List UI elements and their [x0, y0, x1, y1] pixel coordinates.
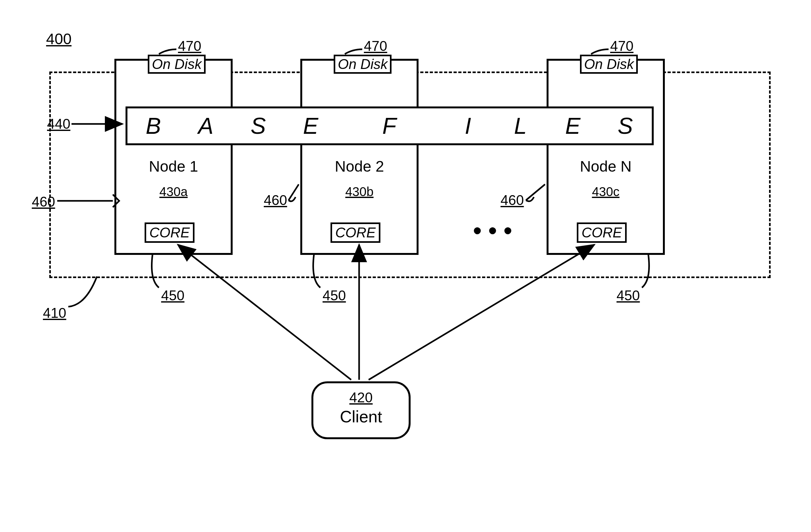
ref-470-2: 470 — [364, 38, 387, 54]
core-2: CORE — [331, 223, 380, 243]
on-disk-2: On Disk — [334, 55, 392, 74]
ref-470-3: 470 — [610, 38, 633, 54]
ref-440: 440 — [47, 116, 70, 132]
node-2-id: 430b — [302, 185, 417, 199]
ref-450-3: 450 — [616, 288, 640, 304]
base-char: F — [337, 113, 442, 139]
core-1: CORE — [144, 223, 195, 243]
dots: ••• — [473, 216, 519, 245]
base-char: I — [442, 113, 494, 139]
ref-460-3: 460 — [501, 192, 524, 208]
base-char: B — [127, 113, 180, 139]
node-1-id: 430a — [116, 185, 231, 199]
base-char: L — [494, 113, 547, 139]
base-char: S — [599, 113, 652, 139]
ref-400: 400 — [46, 30, 72, 48]
node-2-title: Node 2 — [302, 158, 417, 175]
ref-450-2: 450 — [323, 288, 346, 304]
ref-460-2: 460 — [264, 192, 287, 208]
base-char: A — [180, 113, 232, 139]
ref-410: 410 — [43, 305, 66, 321]
ref-450-1: 450 — [161, 288, 184, 304]
client-id: 420 — [313, 390, 409, 406]
node-n-title: Node N — [549, 158, 663, 175]
ref-470-1: 470 — [178, 38, 201, 54]
base-char: S — [232, 113, 285, 139]
node-1-title: Node 1 — [116, 158, 231, 175]
base-char: E — [547, 113, 599, 139]
ref-460-1: 460 — [32, 194, 55, 210]
client-box: 420 Client — [311, 381, 411, 439]
core-n: CORE — [577, 223, 627, 243]
base-files-strip: B A S E F I L E S — [125, 106, 654, 145]
base-char: E — [285, 113, 337, 139]
client-label: Client — [313, 407, 409, 426]
on-disk-n: On Disk — [580, 55, 638, 74]
on-disk-1: On Disk — [148, 55, 205, 74]
node-n-id: 430c — [549, 185, 663, 199]
